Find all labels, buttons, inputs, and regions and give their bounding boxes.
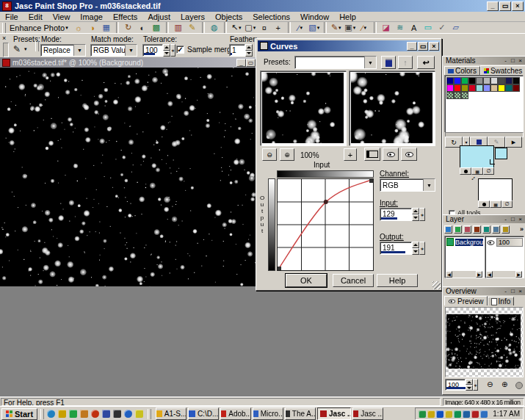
dialog-title-bar[interactable]: Curves _ ▭ × — [258, 40, 440, 51]
spin-down-button[interactable] — [245, 51, 253, 57]
edit-selection-icon[interactable] — [502, 225, 510, 233]
preview-after-canvas[interactable] — [351, 73, 432, 143]
presets-brush-dropdown[interactable]: ✎ ▾ — [13, 44, 27, 54]
minimize-button[interactable]: - — [502, 288, 509, 294]
tray-volume-icon[interactable] — [427, 410, 435, 418]
pattern-swatch[interactable] — [454, 92, 461, 99]
materials-title-bar[interactable]: Materials - □ × — [443, 57, 525, 65]
overview-title-bar[interactable]: Overview - □ × — [443, 287, 525, 295]
layer-title-bar[interactable]: Layer - □ × — [443, 215, 525, 223]
layer-row[interactable]: Background — [446, 237, 484, 247]
slider-toggle-button[interactable]: ∗ — [473, 379, 478, 391]
ql-notes-icon[interactable] — [135, 410, 143, 418]
mode-select[interactable]: Replace ▼ — [40, 44, 86, 57]
curve-endpoint-handle[interactable] — [369, 179, 373, 183]
spin-up-button[interactable] — [245, 44, 253, 51]
tray-graphics-icon[interactable] — [471, 410, 479, 418]
histogram-icon[interactable]: ▥ — [172, 22, 185, 33]
enhance-photo-dropdown[interactable]: Enhance Photo ▾ — [7, 23, 71, 33]
image-window-title-bar[interactable]: m036stacked.tif* @ 100% (Background) _ ▭ — [0, 57, 256, 68]
maximize-button[interactable]: □ — [510, 216, 516, 222]
layer-opacity[interactable]: 100 — [496, 238, 523, 247]
new-mask-layer-icon[interactable] — [463, 225, 471, 233]
airbrush-tool-icon[interactable]: ≋ — [394, 22, 407, 33]
new-raster-layer-icon[interactable] — [444, 225, 452, 233]
transparent-toggle-button[interactable]: ∅ — [483, 167, 494, 175]
background-color-swatch[interactable] — [478, 178, 513, 201]
close-button[interactable]: × — [517, 57, 524, 64]
navigate-button[interactable]: + — [344, 148, 357, 161]
ql-folder-icon[interactable] — [80, 410, 88, 418]
menu-objects[interactable]: Objects — [210, 12, 247, 22]
help-button[interactable]: Help — [377, 274, 418, 287]
color-swatch[interactable] — [454, 84, 461, 92]
zoom-in-button[interactable]: ⊕ — [280, 148, 294, 161]
spin-up-button[interactable] — [163, 44, 170, 51]
picture-tube-icon[interactable]: ✓ — [435, 22, 449, 33]
proof-button[interactable] — [401, 148, 417, 161]
maximize-button[interactable]: ▭ — [418, 42, 428, 51]
tolerance-input[interactable]: 100 — [142, 44, 163, 57]
curve-endpoint-handle[interactable] — [278, 267, 281, 270]
task-button[interactable]: Micro... — [253, 408, 283, 420]
tolerance-spinner[interactable]: 100 ∗ — [142, 44, 175, 57]
eraser-tool-icon[interactable]: ◪ — [380, 22, 393, 33]
palette-close-icon[interactable]: × — [2, 35, 6, 42]
start-button[interactable]: Start — [1, 408, 37, 420]
close-button[interactable]: × — [429, 42, 439, 51]
overview-zoom-box[interactable]: 100 — [445, 379, 466, 391]
color-style-button[interactable] — [478, 200, 490, 208]
new-vector-layer-icon[interactable] — [454, 225, 462, 233]
tab-colors[interactable]: Colors — [444, 66, 480, 75]
delete-preset-button[interactable]: ↑ — [398, 56, 413, 69]
menu-view[interactable]: View — [48, 12, 76, 22]
duplicate-layer-icon[interactable] — [492, 225, 500, 233]
minimize-button[interactable]: - — [502, 57, 509, 64]
minimize-button[interactable]: _ — [407, 42, 417, 51]
selection-tool-icon[interactable]: ▢▾ — [244, 22, 257, 33]
tab-preview[interactable]: Preview — [444, 296, 488, 305]
color-swatch[interactable] — [513, 77, 520, 84]
maximize-button[interactable]: □ — [510, 288, 516, 294]
spin-down-button[interactable] — [163, 51, 170, 57]
color-swatch[interactable] — [476, 84, 483, 92]
crop-tool-icon[interactable]: ¤ — [258, 22, 271, 33]
text-tool-icon[interactable]: A — [408, 22, 421, 33]
task-button[interactable]: Jasc ... — [317, 408, 351, 420]
minimize-button[interactable]: - — [502, 216, 509, 222]
menu-edit[interactable]: Edit — [23, 12, 48, 22]
reset-button[interactable]: ↩ — [417, 56, 435, 69]
input-spinner[interactable]: 129 ∗ — [380, 208, 425, 221]
layer-props-scrollbar[interactable]: ◀ ▶ — [486, 271, 522, 278]
overview-zoom-out-button[interactable]: ⊖ — [487, 380, 493, 388]
color-swatch[interactable] — [461, 84, 468, 92]
match-mode-select[interactable]: RGB Value ▼ — [90, 44, 137, 57]
task-button[interactable]: Jasc ... — [352, 408, 383, 420]
color-swatch[interactable] — [513, 84, 520, 92]
auto-proof-button[interactable] — [383, 148, 399, 161]
cancel-button[interactable]: Cancel — [333, 274, 374, 287]
rotate-icon[interactable]: ↻ — [122, 22, 135, 33]
tray-chat-icon[interactable] — [419, 410, 426, 418]
slider-toggle-button[interactable]: ∗ — [419, 242, 425, 255]
task-button[interactable]: Adob... — [220, 408, 251, 420]
zoom-out-button[interactable]: ⊖ — [262, 148, 277, 161]
scroll-right-icon[interactable]: ▶ — [476, 271, 482, 278]
close-button[interactable]: × — [517, 216, 524, 222]
tray-update-icon[interactable] — [463, 410, 470, 418]
corner-flip-icon[interactable] — [490, 159, 495, 164]
menu-file[interactable]: File — [0, 12, 23, 22]
ql-word-icon[interactable] — [69, 410, 77, 418]
checkbox-check-icon[interactable]: ✓ — [176, 46, 184, 54]
color-swatch[interactable] — [468, 84, 476, 92]
paint-swash-icon[interactable]: ✎ — [186, 22, 199, 33]
tab-info[interactable]: Info — [488, 297, 515, 305]
overview-zoom-spinner[interactable]: 100 ∗ — [445, 379, 478, 391]
chevron-down-icon[interactable]: ▼ — [423, 179, 435, 191]
more-materials-button[interactable]: ▶ — [505, 137, 522, 148]
tray-search-icon[interactable] — [445, 410, 452, 418]
spin-up-button[interactable] — [466, 379, 473, 385]
ok-button[interactable]: OK — [286, 274, 327, 287]
ql-media-icon[interactable] — [91, 410, 99, 418]
menu-image[interactable]: Image — [75, 12, 108, 22]
